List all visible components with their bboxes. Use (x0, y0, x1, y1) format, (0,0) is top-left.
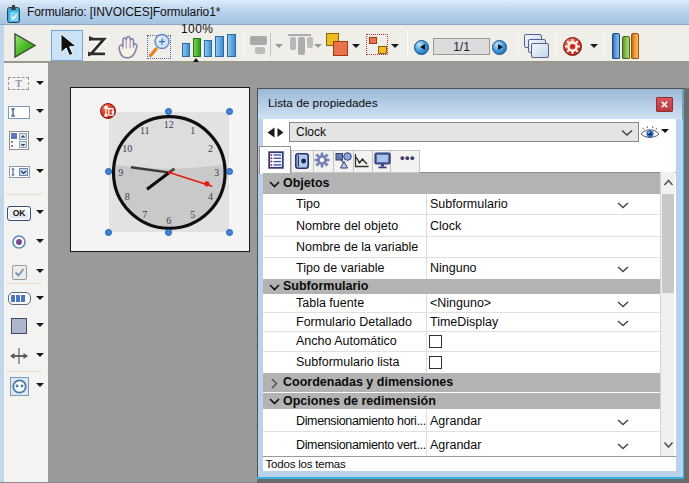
svg-text:5: 5 (190, 208, 195, 219)
svg-text:11: 11 (139, 125, 149, 136)
svg-text:10: 10 (122, 143, 132, 154)
svg-text:6: 6 (166, 215, 171, 226)
svg-text:4: 4 (207, 191, 212, 202)
svg-text:1: 1 (190, 125, 195, 136)
svg-text:3: 3 (214, 167, 219, 178)
svg-text:7: 7 (142, 208, 147, 219)
svg-text:9: 9 (118, 167, 123, 178)
svg-text:12: 12 (163, 119, 173, 130)
svg-text:8: 8 (124, 191, 129, 202)
svg-text:2: 2 (207, 143, 212, 154)
